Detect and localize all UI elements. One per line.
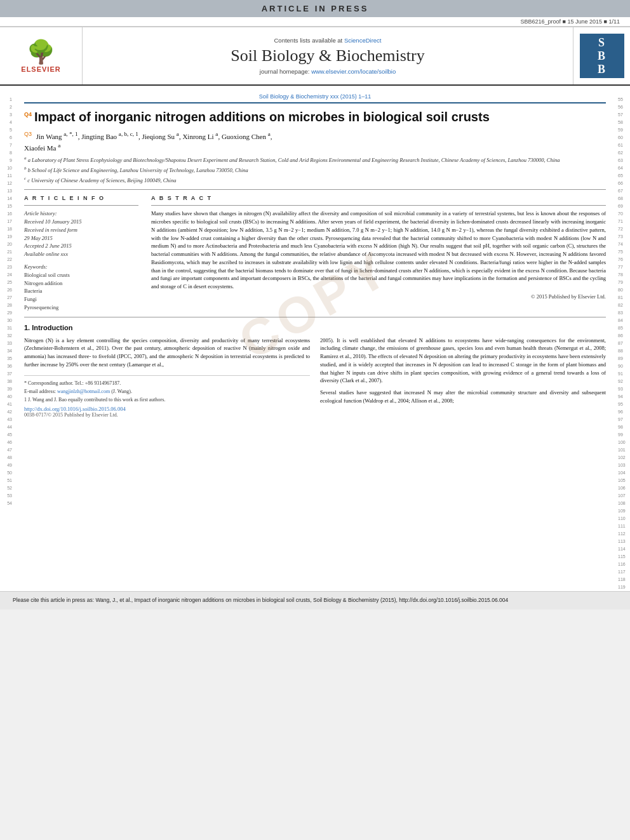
affil-b-text: b School of Life Science and Engineering… [28,167,248,173]
footnotes-section: * Corresponding author. Tel.: +86 931496… [24,375,310,404]
doi-line[interactable]: http://dx.doi.org/10.1016/j.soilbio.2015… [24,406,310,412]
page: COPY ARTICLE IN PRESS SBB6216_proof ■ 15… [0,0,630,610]
sciencedirect-label: Contents lists available at [274,37,343,44]
author-sup-5: a [268,131,271,137]
affil-c: c c University of Chinese Academy of Sci… [24,176,606,185]
affil-a-text: a Laboratory of Plant Stress Ecophysiolo… [28,157,560,163]
separator-line-2 [24,317,606,317]
article-in-press-banner: ARTICLE IN PRESS [0,0,630,17]
article-info-abstract: A R T I C L E I N F O Article history: R… [24,195,606,311]
homepage-label: journal homepage: [260,68,310,75]
elsevier-logo: 🌳 ELSEVIER [0,27,83,84]
journal-header: 🌳 ELSEVIER Contents lists available at S… [0,27,630,86]
journal-title: Soil Biology & Biochemistry [231,46,425,65]
intro-body-right: 2005). It is well established that eleva… [320,337,606,418]
corresponding-footnote: * Corresponding author. Tel.: +86 931496… [24,380,310,387]
sbb-logo-box: S B B [580,34,624,78]
kw-3: Bacteria [24,287,138,295]
elsevier-tree-icon: 🌳 [27,39,55,65]
revised-label: Received in revised form [24,226,138,234]
sciencedirect-link[interactable]: ScienceDirect [344,37,382,44]
kw-4: Fungi [24,295,138,303]
copyright-line: © 2015 Published by Elsevier Ltd. [151,293,606,300]
line-numbers-left: 123 456 789 101112 131415 161718 192021 … [0,86,14,591]
intro-section: 1. Introduction Nitrogen (N) is a key el… [24,324,606,418]
accepted-date: Accepted 2 June 2015 [24,242,138,250]
intro-left-text: Nitrogen (N) is a key element controllin… [24,337,310,369]
author-sup-6: a [58,142,60,149]
left-col-info: A R T I C L E I N F O Article history: R… [24,195,138,311]
kw-1: Biological soil crusts [24,271,138,279]
main-content: Soil Biology & Biochemistry xxx (2015) 1… [14,86,616,591]
email-footnote: E-mail address: wangjinlzh@hotmail.com (… [24,388,310,395]
content-area: 123 456 789 101112 131415 161718 192021 … [0,86,630,591]
intro-title: 1. Introduction [24,324,606,331]
journal-center: Contents lists available at ScienceDirec… [83,27,573,84]
abstract-header: A B S T R A C T [151,195,606,201]
footer-text: Please cite this article in press as: Wa… [13,597,508,603]
kw-5: Pyrosequencing [24,303,138,312]
sbb-logo-b2: B [598,63,606,76]
intro-body-left: Nitrogen (N) is a key element controllin… [24,337,310,418]
elsevier-wordmark: ELSEVIER [21,65,60,73]
meta-text: SBB6216_proof ■ 15 June 2015 ■ 1/11 [521,18,620,25]
journal-homepage: journal homepage: www.elsevier.com/locat… [260,68,396,75]
author-sup-3: a [177,131,179,137]
email-link[interactable]: wangjinlzh@hotmail.com [57,389,110,394]
keywords-label: Keywords: [24,263,138,270]
author-sup-2: a, b, c, 1 [119,131,138,137]
sbb-logo-b1: B [598,50,606,63]
journal-ref-line: Soil Biology & Biochemistry xxx (2015) 1… [24,93,606,103]
journal-logo-right: S B B [573,27,630,84]
authors-line: Q3 Jin Wang a, *, 1, Jingting Bao a, b, … [24,130,606,153]
sbb-logo-s: S [598,36,605,50]
article-title: Q4Impact of inorganic nitrogen additions… [24,109,606,125]
affil-a: a a Laboratory of Plant Stress Ecophysio… [24,156,606,164]
article-info-separator [24,205,138,206]
bottom-footer: Please cite this article in press as: Wa… [0,591,630,610]
q3-mark: Q3 [24,131,32,137]
abstract-text: Many studies have shown that changes in … [151,210,606,291]
right-col-abstract: A B S T R A C T Many studies have shown … [151,195,606,311]
q4-mark: Q4 [24,111,32,117]
separator-line-1 [24,189,606,190]
affil-b: b b School of Life Science and Engineeri… [24,166,606,175]
keywords-section: Keywords: Biological soil crusts Nitroge… [24,263,138,312]
revised-date: 29 May 2015 [24,234,138,243]
available-online: Available online xxx [24,250,138,258]
top-meta: SBB6216_proof ■ 15 June 2015 ■ 1/11 [0,17,630,27]
title-text: Impact of inorganic nitrogen additions o… [34,110,490,124]
intro-body: Nitrogen (N) is a key element controllin… [24,337,606,418]
author-sup-4: a [215,131,218,137]
intro-right-text: 2005). It is well established that eleva… [320,337,606,405]
homepage-url[interactable]: www.elsevier.com/locate/soilbio [311,68,396,75]
author-sup-1: a, *, 1 [64,131,77,137]
intro-number: 1. [24,324,30,331]
kw-2: Nitrogen addition [24,279,138,288]
equal-contrib-footnote: 1 J. Wang and J. Bao equally contributed… [24,396,310,403]
received-date: Received 10 January 2015 [24,218,138,226]
history-label: Article history: [24,210,138,218]
abstract-separator [151,205,606,206]
affil-c-text: c University of Chinese Academy of Scien… [27,177,176,183]
issn-line: 0038-0717/© 2015 Published by Elsevier L… [24,412,310,418]
article-info-header: A R T I C L E I N F O [24,195,138,201]
line-numbers-right: 555657 585960 616263 646566 676869 70717… [616,86,630,591]
affiliations: a a Laboratory of Plant Stress Ecophysio… [24,156,606,184]
sciencedirect-line: Contents lists available at ScienceDirec… [274,37,382,44]
banner-text: ARTICLE IN PRESS [262,4,369,13]
intro-title-text: Introduction [32,324,72,331]
